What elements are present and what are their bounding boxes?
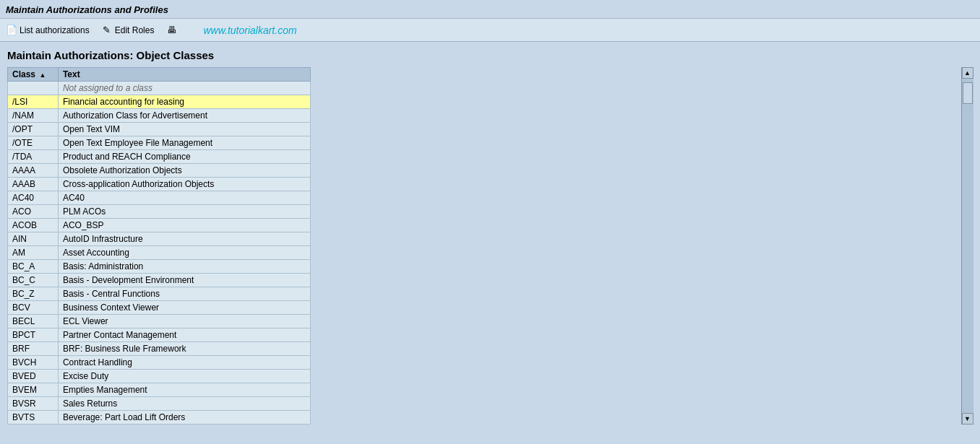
class-cell: ACO [8, 205, 59, 219]
text-cell: Business Context Viewer [58, 301, 310, 315]
edit-roles-label: Edit Roles [115, 25, 155, 35]
table-row[interactable]: BRFBRF: Business Rule Framework [8, 342, 311, 356]
text-cell: Not assigned to a class [58, 82, 310, 95]
table-row[interactable]: BVTSBeverage: Part Load Lift Orders [8, 411, 311, 425]
table-row[interactable]: AAABCross-application Authorization Obje… [8, 178, 311, 191]
scroll-down-button[interactable]: ▼ [962, 413, 973, 425]
text-cell: Beverage: Part Load Lift Orders [58, 411, 310, 425]
table-row[interactable]: ACOBACO_BSP [8, 219, 311, 232]
title-bar: Maintain Authorizations and Profiles [0, 0, 980, 19]
text-cell: Product and REACH Compliance [58, 150, 310, 164]
scrollbar-track[interactable] [962, 79, 973, 413]
class-cell: BC_C [8, 274, 59, 287]
text-cell: Basis - Central Functions [58, 287, 310, 301]
text-cell: Empties Management [58, 383, 310, 397]
scrollbar[interactable]: ▲ ▼ [961, 67, 973, 425]
class-cell: BC_A [8, 260, 59, 274]
text-cell: Financial accounting for leasing [58, 95, 310, 109]
table-row[interactable]: /LSIFinancial accounting for leasing [8, 95, 311, 109]
class-cell [8, 82, 59, 95]
table-row[interactable]: Not assigned to a class [8, 82, 311, 95]
page-title: Maintain Authorizations and Profiles [6, 4, 974, 15]
table-row[interactable]: /OTEOpen Text Employee File Management [8, 136, 311, 150]
class-cell: BVSR [8, 397, 59, 411]
table-row[interactable]: BC_ZBasis - Central Functions [8, 287, 311, 301]
text-cell: Contract Handling [58, 356, 310, 370]
class-cell: AC40 [8, 191, 59, 205]
toolbar: 📄 List authorizations ✎ Edit Roles 🖶 www… [0, 19, 980, 42]
edit-roles-button[interactable]: ✎ Edit Roles [101, 25, 155, 36]
text-cell: Cross-application Authorization Objects [58, 178, 310, 191]
sort-arrow-icon: ▲ [39, 71, 46, 79]
table-row[interactable]: BVCHContract Handling [8, 356, 311, 370]
class-cell: BC_Z [8, 287, 59, 301]
class-cell: BVTS [8, 411, 59, 425]
table-row[interactable]: AC40AC40 [8, 191, 311, 205]
print-button[interactable]: 🖶 [166, 25, 177, 36]
table-row[interactable]: AMAsset Accounting [8, 246, 311, 260]
text-cell: BRF: Business Rule Framework [58, 342, 310, 356]
class-cell: BRF [8, 342, 59, 356]
class-cell: BVCH [8, 356, 59, 370]
object-classes-table: Class ▲ Text Not assigned to a class/LSI… [7, 67, 311, 425]
table-row[interactable]: BC_ABasis: Administration [8, 260, 311, 274]
table-row[interactable]: BVEMEmpties Management [8, 383, 311, 397]
table-row[interactable]: /TDAProduct and REACH Compliance [8, 150, 311, 164]
scrollbar-thumb[interactable] [963, 82, 973, 104]
class-cell: /TDA [8, 150, 59, 164]
class-cell: /OPT [8, 123, 59, 136]
class-column-header[interactable]: Class ▲ [8, 68, 59, 82]
table-row[interactable]: AAAAObsolete Authorization Objects [8, 164, 311, 178]
table-row[interactable]: /NAMAuthorization Class for Advertisemen… [8, 109, 311, 123]
text-cell: PLM ACOs [58, 205, 310, 219]
class-cell: AAAB [8, 178, 59, 191]
scroll-up-button[interactable]: ▲ [962, 67, 973, 79]
class-cell: BVEM [8, 383, 59, 397]
text-cell: Partner Contact Management [58, 328, 310, 342]
text-cell: AutoID Infrastructure [58, 232, 310, 246]
table-row[interactable]: BPCTPartner Contact Management [8, 328, 311, 342]
class-cell: /NAM [8, 109, 59, 123]
text-cell: Basis - Development Environment [58, 274, 310, 287]
class-cell: BCV [8, 301, 59, 315]
table-body: Not assigned to a class/LSIFinancial acc… [8, 82, 311, 425]
text-cell: Asset Accounting [58, 246, 310, 260]
edit-roles-icon: ✎ [101, 25, 113, 36]
class-cell: /OTE [8, 136, 59, 150]
text-cell: Obsolete Authorization Objects [58, 164, 310, 178]
table-row[interactable]: /OPTOpen Text VIM [8, 123, 311, 136]
text-cell: Authorization Class for Advertisement [58, 109, 310, 123]
class-cell: BECL [8, 315, 59, 328]
watermark-text: www.tutorialkart.com [203, 25, 296, 36]
text-column-header[interactable]: Text [58, 68, 310, 82]
text-cell: Open Text VIM [58, 123, 310, 136]
class-cell: AIN [8, 232, 59, 246]
table-row[interactable]: AINAutoID Infrastructure [8, 232, 311, 246]
table-row[interactable]: BVSRSales Returns [8, 397, 311, 411]
print-icon: 🖶 [166, 25, 177, 36]
class-cell: BVED [8, 370, 59, 383]
table-row[interactable]: BECLECL Viewer [8, 315, 311, 328]
table-row[interactable]: BC_CBasis - Development Environment [8, 274, 311, 287]
table-row[interactable]: BVEDExcise Duty [8, 370, 311, 383]
table-header-row: Class ▲ Text [8, 68, 311, 82]
list-authorizations-button[interactable]: 📄 List authorizations [6, 25, 90, 36]
class-cell: AAAA [8, 164, 59, 178]
text-cell: AC40 [58, 191, 310, 205]
list-auth-icon: 📄 [6, 25, 17, 36]
table-container: Class ▲ Text Not assigned to a class/LSI… [7, 67, 973, 425]
text-cell: ACO_BSP [58, 219, 310, 232]
table-wrapper: Class ▲ Text Not assigned to a class/LSI… [7, 67, 961, 425]
class-cell: BPCT [8, 328, 59, 342]
class-cell: /LSI [8, 95, 59, 109]
list-auth-label: List authorizations [20, 25, 90, 35]
class-cell: AM [8, 246, 59, 260]
text-cell: Basis: Administration [58, 260, 310, 274]
section-title: Maintain Authorizations: Object Classes [7, 49, 973, 61]
text-cell: Open Text Employee File Management [58, 136, 310, 150]
text-cell: Excise Duty [58, 370, 310, 383]
text-cell: Sales Returns [58, 397, 310, 411]
main-content: Maintain Authorizations: Object Classes … [0, 42, 980, 432]
table-row[interactable]: BCVBusiness Context Viewer [8, 301, 311, 315]
table-row[interactable]: ACOPLM ACOs [8, 205, 311, 219]
